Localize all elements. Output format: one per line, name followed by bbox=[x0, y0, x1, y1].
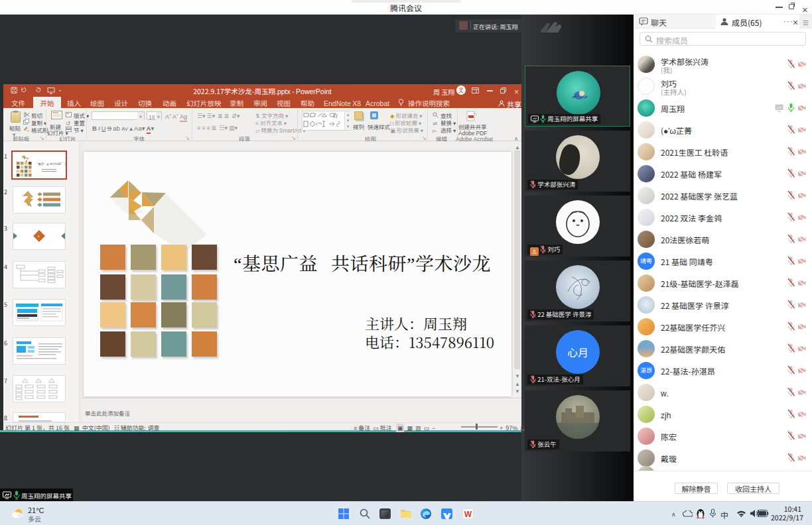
svg-text:“基思广益 共话科研”学术沙龙: “基思广益 共话科研”学术沙龙 bbox=[35, 162, 66, 166]
